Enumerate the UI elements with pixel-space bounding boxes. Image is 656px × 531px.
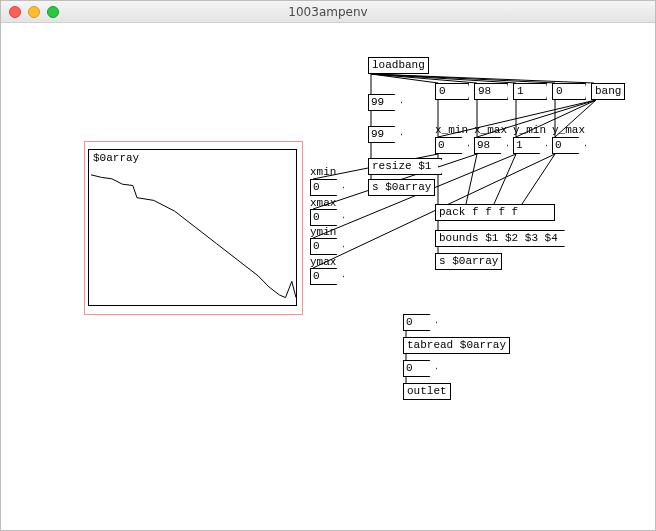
array-graph[interactable]: $0array <box>88 149 297 306</box>
msg-xmin-init[interactable]: 0 <box>435 83 469 100</box>
svg-line-1 <box>371 74 438 83</box>
svg-line-5 <box>371 74 594 83</box>
object-loadbang[interactable]: loadbang <box>368 57 429 74</box>
number-xmin-display[interactable]: 0 <box>310 179 344 196</box>
msg-resize[interactable]: resize $1 <box>368 158 442 175</box>
titlebar[interactable]: 1003ampenv <box>1 1 655 23</box>
number-ymin[interactable]: 1 <box>513 137 547 154</box>
label-ymax: ymax <box>310 255 336 269</box>
number-ymax-display[interactable]: 0 <box>310 268 344 285</box>
svg-line-19 <box>494 154 516 204</box>
number-tabread-in[interactable]: 0 <box>403 314 437 331</box>
label-x-max: x_max <box>474 123 507 137</box>
svg-line-3 <box>371 74 516 83</box>
array-plot <box>89 150 298 307</box>
label-x-min: x_min <box>435 123 468 137</box>
number-ymax[interactable]: 0 <box>552 137 586 154</box>
svg-line-18 <box>466 154 477 204</box>
array-name-label: $0array <box>93 151 139 165</box>
object-pack[interactable]: pack f f f f <box>435 204 555 221</box>
number-xmax[interactable]: 98 <box>474 137 508 154</box>
number-tabread-out[interactable]: 0 <box>403 360 437 377</box>
object-send-array-1[interactable]: s $0array <box>368 179 435 196</box>
svg-line-2 <box>371 74 477 83</box>
svg-line-20 <box>522 154 555 204</box>
patch-canvas[interactable]: loadbang 0 98 1 0 bang 99 99 resize $1 s… <box>1 23 655 530</box>
svg-line-4 <box>371 74 555 83</box>
close-icon[interactable] <box>9 6 21 18</box>
number-xmax-display[interactable]: 0 <box>310 209 344 226</box>
object-outlet[interactable]: outlet <box>403 383 451 400</box>
label-xmax: xmax <box>310 196 336 210</box>
msg-xmax-init[interactable]: 98 <box>474 83 508 100</box>
minimize-icon[interactable] <box>28 6 40 18</box>
object-tabread[interactable]: tabread $0array <box>403 337 510 354</box>
window-controls <box>9 6 59 18</box>
msg-bounds[interactable]: bounds $1 $2 $3 $4 <box>435 230 565 247</box>
number-xmin[interactable]: 0 <box>435 137 469 154</box>
number-ymin-display[interactable]: 0 <box>310 238 344 255</box>
label-xmin: xmin <box>310 165 336 179</box>
number-size-in[interactable]: 99 <box>368 94 402 111</box>
label-y-min: y_min <box>513 123 546 137</box>
label-y-max: y_max <box>552 123 585 137</box>
app-window: 1003ampenv <box>0 0 656 531</box>
number-size-out[interactable]: 99 <box>368 126 402 143</box>
msg-ymax-init[interactable]: 0 <box>552 83 586 100</box>
gop-frame: $0array <box>84 141 303 315</box>
label-ymin: ymin <box>310 225 336 239</box>
msg-ymin-init[interactable]: 1 <box>513 83 547 100</box>
object-send-array-2[interactable]: s $0array <box>435 253 502 270</box>
bang-button[interactable]: bang <box>591 83 625 100</box>
maximize-icon[interactable] <box>47 6 59 18</box>
window-title: 1003ampenv <box>1 5 655 19</box>
